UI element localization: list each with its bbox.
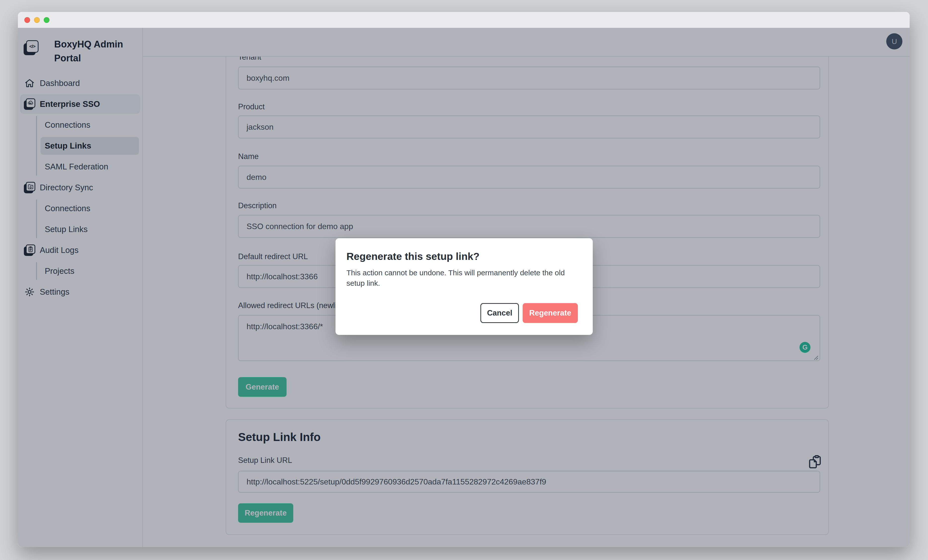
close-window-button[interactable]	[24, 17, 30, 23]
regenerate-confirm-dialog: Regenerate this setup link? This action …	[336, 238, 593, 335]
minimize-window-button[interactable]	[34, 17, 40, 23]
zoom-window-button[interactable]	[44, 17, 49, 23]
dialog-body-line: This action cannot be undone. This will …	[346, 268, 565, 278]
window-titlebar	[18, 12, 910, 28]
cancel-button[interactable]: Cancel	[481, 303, 519, 323]
dialog-body: This action cannot be undone. This will …	[346, 268, 565, 288]
dialog-body-line: setup link.	[346, 278, 565, 288]
app-viewport: </> BoxyHQ Admin Portal Dashboard	[18, 28, 910, 547]
app-window: </> BoxyHQ Admin Portal Dashboard	[18, 12, 910, 547]
desktop: </> BoxyHQ Admin Portal Dashboard	[0, 0, 928, 560]
dialog-title: Regenerate this setup link?	[346, 251, 479, 262]
confirm-regenerate-button[interactable]: Regenerate	[523, 303, 578, 323]
